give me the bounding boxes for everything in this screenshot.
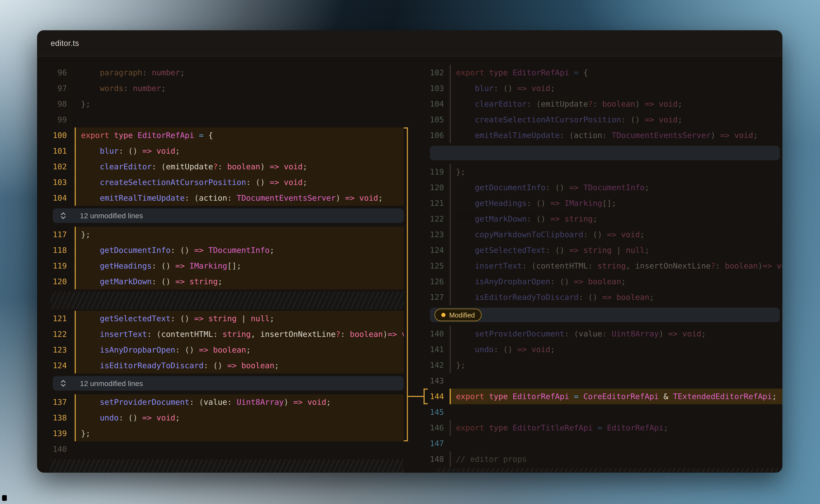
line-number: 145 [414, 407, 444, 417]
line-number: 138 [37, 413, 67, 422]
screen: editor.ts 96 paragraph: number;97 words:… [0, 0, 820, 504]
code-line-121: 121 getSelectedText: () => string | null… [37, 311, 409, 326]
line-number: 140 [37, 444, 67, 454]
line-content: clearEditor: (emitUpdate?: boolean) => v… [75, 159, 404, 175]
file-title: editor.ts [37, 39, 79, 48]
unfold-icon [60, 212, 66, 219]
code-line-120: 120 getMarkDown: () => string; [37, 274, 409, 289]
line-content: copyMarkdownToClipboard: () => void; [450, 227, 782, 242]
code-line-120: 120 getDocumentInfo: () => TDocumentInfo… [414, 180, 782, 195]
line-number: 122 [37, 329, 67, 339]
line-content: setProviderDocument: (value: Uint8Array)… [450, 326, 782, 342]
code-line-148: 148// editor props [414, 451, 782, 467]
line-content: paragraph: number; [75, 65, 404, 81]
line-number: 125 [414, 261, 444, 270]
window-header: editor.ts [37, 30, 782, 56]
line-number: 124 [414, 245, 444, 255]
code-line-143: 143 [414, 373, 782, 389]
line-content: }; [450, 357, 782, 373]
line-content: export type EditorRefApi = { [75, 128, 404, 143]
line-number: 96 [37, 68, 67, 77]
line-number: 123 [37, 345, 67, 354]
code-line-101: 101 blur: () => void; [37, 143, 409, 159]
change-block-bracket-right [423, 389, 428, 404]
line-content: isAnyDropbarOpen: () => boolean; [450, 274, 782, 289]
line-content: isEditorReadyToDiscard: () => boolean; [75, 358, 404, 373]
line-content: }; [75, 227, 404, 242]
collapsed-lines-bar[interactable]: 12 unmodified lines [53, 376, 404, 391]
code-line-138: 138 undo: () => void; [37, 410, 409, 426]
line-number: 118 [37, 245, 67, 255]
code-line-122: 122 insertText: (contentHTML: string, in… [37, 326, 409, 342]
line-number: 106 [414, 131, 444, 140]
line-number: 120 [414, 183, 444, 192]
change-block-bracket-left [404, 128, 408, 441]
code-line-119: 119 getHeadings: () => IMarking[]; [37, 258, 409, 274]
unchanged-gap-hatch [50, 291, 404, 309]
line-content: getDocumentInfo: () => TDocumentInfo; [450, 180, 782, 195]
code-line-145: 145 [414, 404, 782, 420]
line-number: 104 [37, 193, 67, 203]
line-number: 99 [37, 115, 67, 124]
code-line-105: 105 createSelectionAtCursorPosition: () … [414, 112, 782, 128]
line-number: 142 [414, 360, 444, 370]
line-content: getHeadings: () => IMarking[]; [450, 195, 782, 211]
modified-section-bar[interactable]: Modified [430, 308, 780, 322]
line-content: getSelectedText: () => string | null; [450, 242, 782, 258]
diff-pane-old: 96 paragraph: number;97 words: number;98… [37, 56, 409, 473]
unchanged-gap-hatch [50, 459, 404, 473]
code-line-124: 124 isEditorReadyToDiscard: () => boolea… [37, 358, 409, 373]
line-content: emitRealTimeUpdate: (action: TDocumentEv… [450, 128, 782, 143]
line-content: getHeadings: () => IMarking[]; [75, 258, 404, 274]
line-number: 122 [414, 214, 444, 223]
code-line-147: 147 [414, 436, 782, 451]
code-line-118: 118 getDocumentInfo: () => TDocumentInfo… [37, 242, 409, 258]
code-line-117: 117}; [37, 227, 409, 242]
line-content: undo: () => void; [450, 342, 782, 357]
code-line-104: 104 emitRealTimeUpdate: (action: TDocume… [37, 190, 409, 206]
code-line-103: 103 blur: () => void; [414, 81, 782, 96]
line-number: 98 [37, 99, 67, 109]
change-block-connector [408, 396, 423, 397]
line-number: 147 [414, 439, 444, 448]
collapsed-lines-bar-empty[interactable] [430, 146, 780, 160]
line-content [450, 373, 782, 389]
code-line-119: 119}; [414, 164, 782, 180]
line-number: 105 [414, 115, 444, 124]
line-number: 120 [37, 277, 67, 286]
code-line-142: 142}; [414, 357, 782, 373]
code-line-104: 104 clearEditor: (emitUpdate?: boolean) … [414, 96, 782, 112]
line-number: 143 [414, 376, 444, 385]
line-content: setProviderDocument: (value: Uint8Array)… [75, 394, 404, 410]
line-content: blur: () => void; [450, 81, 782, 96]
line-content: getSelectedText: () => string | null; [75, 311, 404, 326]
line-number: 123 [414, 230, 444, 239]
line-content: words: number; [75, 81, 404, 96]
code-line-96: 96 paragraph: number; [37, 65, 409, 81]
line-content: insertText: (contentHTML: string, insert… [450, 258, 782, 274]
code-line-124: 124 getSelectedText: () => string | null… [414, 242, 782, 258]
collapsed-lines-label: 12 unmodified lines [80, 212, 143, 220]
code-line-126: 126 isAnyDropbarOpen: () => boolean; [414, 274, 782, 289]
code-line-102: 102 clearEditor: (emitUpdate?: boolean) … [37, 159, 409, 175]
line-number: 140 [414, 329, 444, 338]
code-line-100: 100export type EditorRefApi = { [37, 128, 409, 143]
line-number: 104 [414, 99, 444, 109]
line-content [450, 404, 782, 420]
unfold-icon [60, 380, 66, 387]
code-line-103: 103 createSelectionAtCursorPosition: () … [37, 175, 409, 190]
collapsed-lines-bar[interactable]: 12 unmodified lines [53, 208, 404, 223]
code-line-121: 121 getHeadings: () => IMarking[]; [414, 195, 782, 211]
line-content: clearEditor: (emitUpdate?: boolean) => v… [450, 96, 782, 112]
modified-label: Modified [449, 311, 475, 319]
code-line-137: 137 setProviderDocument: (value: Uint8Ar… [37, 394, 409, 410]
line-number: 148 [414, 454, 444, 464]
line-content: getMarkDown: () => string; [450, 211, 782, 227]
line-content: undo: () => void; [75, 410, 404, 426]
line-number: 100 [37, 131, 67, 140]
line-content: getDocumentInfo: () => TDocumentInfo; [75, 242, 404, 258]
code-line-123: 123 isAnyDropbarOpen: () => boolean; [37, 342, 409, 358]
unchanged-gap-hatch [435, 468, 780, 473]
line-content: }; [75, 426, 404, 441]
line-content: createSelectionAtCursorPosition: () => v… [450, 112, 782, 128]
